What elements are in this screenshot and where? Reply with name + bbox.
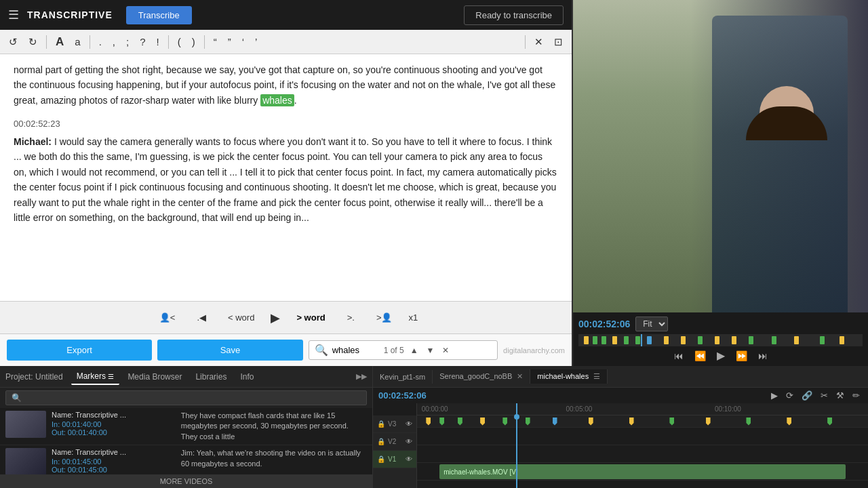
playhead-line — [516, 403, 517, 488]
timestamped-paragraph: 00:02:52:23 Michael: I would say the cam… — [14, 117, 558, 225]
minimize-button[interactable]: ⊡ — [551, 35, 566, 49]
marker-2 — [593, 336, 597, 344]
marker-track — [578, 334, 863, 346]
ready-to-transcribe-button[interactable]: Ready to transcribe — [464, 5, 564, 25]
marker-14 — [772, 336, 776, 344]
goto-start-button[interactable]: ⏮ — [674, 350, 684, 361]
play-pause-button[interactable]: ▶ — [717, 349, 725, 362]
timeline-tabs-bar: Kevin_pt1-sm Serena_goodC_noBB ✕ michael… — [373, 366, 868, 388]
tl-marker-7 — [553, 418, 557, 426]
speaker-name: Michael: — [14, 136, 52, 147]
tl-marker-4 — [480, 418, 485, 426]
tl-zoom-tool[interactable]: ⚒ — [833, 389, 847, 402]
bottom-section: Project: Untitled Markers ☰ Media Browse… — [0, 366, 868, 488]
project-tabs-bar: Project: Untitled Markers ☰ Media Browse… — [0, 366, 372, 388]
tab-info[interactable]: Info — [235, 369, 259, 384]
clip-name-2: Name: Transcriptive ... — [52, 448, 176, 456]
marker-5 — [624, 336, 629, 344]
comma-button[interactable]: , — [109, 35, 119, 49]
track-content: 00:00:00 00:05:00 00:10:00 — [417, 403, 868, 488]
dot-back-button[interactable]: .◀ — [191, 310, 212, 325]
redo-button[interactable]: ↻ — [25, 35, 41, 49]
tl-marker-3 — [458, 418, 462, 426]
menu-icon[interactable]: ☰ — [8, 7, 19, 22]
paragraph-1-text: I would say the camera generally wants t… — [14, 136, 557, 223]
track-label-v3: 🔒 V3 👁 — [373, 415, 416, 433]
track-row-v3 — [417, 428, 868, 445]
more-videos-button[interactable]: MORE VIDEOS — [0, 474, 372, 488]
toolbar-separator-4 — [204, 35, 205, 49]
prev-frame-button[interactable]: ⏪ — [694, 350, 706, 361]
tab-serena-close[interactable]: ✕ — [517, 372, 523, 380]
tl-marker-2 — [439, 418, 444, 426]
v1-clip[interactable]: michael-whales.MOV [V] — [439, 464, 846, 479]
single-close-button[interactable]: ’ — [252, 35, 260, 49]
quote-close-button[interactable]: ” — [224, 35, 235, 49]
search-clear-button[interactable]: ✕ — [440, 345, 451, 356]
word-forward-button[interactable]: > word — [291, 310, 330, 325]
tl-marker-11 — [706, 418, 711, 426]
exclaim-button[interactable]: ! — [153, 35, 162, 49]
single-open-button[interactable]: ‘ — [239, 35, 248, 49]
toolbar-separator-5 — [525, 35, 526, 49]
goto-end-button[interactable]: ⏭ — [758, 350, 768, 361]
search-prev-button[interactable]: ▲ — [408, 345, 420, 356]
tab-michael-close[interactable]: ☰ — [593, 372, 600, 380]
tab-libraries[interactable]: Libraries — [190, 369, 232, 384]
transcribe-button[interactable]: Transcribe — [126, 6, 192, 24]
tl-marker-1 — [426, 418, 431, 426]
highlighted-word: whales — [260, 94, 294, 106]
tl-link-tool[interactable]: 🔗 — [799, 389, 815, 402]
word-back-button[interactable]: < word — [222, 310, 260, 325]
tab-markers[interactable]: Markers ☰ — [71, 369, 120, 385]
save-button[interactable]: Save — [157, 340, 302, 361]
project-search-row — [0, 388, 372, 408]
fit-dropdown[interactable]: Fit — [635, 317, 668, 331]
question-button[interactable]: ? — [136, 35, 149, 49]
tl-razor-tool[interactable]: ✂ — [818, 389, 831, 402]
timeline-marker-row — [417, 415, 868, 428]
tl-timecode: 00:02:52:06 — [378, 390, 427, 401]
undo-button[interactable]: ↺ — [5, 35, 21, 49]
search-next-button[interactable]: ▼ — [425, 345, 437, 356]
formatting-toolbar: ↺ ↻ A a . , ; ? ! ( ) “ ” ‘ ’ ✕ ⊡ — [0, 30, 572, 54]
track-row-v1: michael-whales.MOV [V] — [417, 463, 868, 481]
tl-marker-13 — [787, 418, 791, 426]
timeline-panel: Kevin_pt1-sm Serena_goodC_noBB ✕ michael… — [373, 366, 868, 488]
tab-media-browser[interactable]: Media Browser — [122, 369, 187, 384]
next-frame-button[interactable]: ⏩ — [736, 350, 747, 361]
dot-forward-button[interactable]: >. — [342, 310, 360, 325]
paren-close-button[interactable]: ) — [189, 35, 199, 49]
paren-open-button[interactable]: ( — [174, 35, 184, 49]
project-search-input[interactable] — [5, 390, 367, 405]
semicolon-button[interactable]: ; — [123, 35, 132, 49]
time-mark-1: 00:05:00 — [566, 405, 592, 413]
close-button[interactable]: ✕ — [531, 35, 547, 49]
tab-serena[interactable]: Serena_goodC_noBB ✕ — [433, 369, 530, 384]
clip-desc-1: They have compact flash cards that are l… — [181, 411, 367, 442]
search-input[interactable] — [332, 345, 380, 355]
person-back-button[interactable]: 👤< — [154, 310, 181, 325]
low-a-button[interactable]: a — [71, 35, 83, 49]
tab-michael-whales[interactable]: michael-whales ☰ — [530, 369, 608, 384]
period-button[interactable]: . — [96, 35, 105, 49]
cap-a-button[interactable]: A — [52, 34, 67, 50]
ruler-label-spacer — [373, 403, 416, 415]
play-button[interactable]: ▶ — [271, 310, 280, 325]
tl-pen-tool[interactable]: ✏ — [850, 389, 863, 402]
clip-item: Name: Transcriptive ... In: 00:01:40:00 … — [0, 408, 372, 445]
person-forward-button[interactable]: >👤 — [371, 310, 398, 325]
time-mark-0: 00:00:00 — [422, 405, 448, 413]
tab-kevin[interactable]: Kevin_pt1-sm — [373, 370, 433, 384]
app-header: ☰ TRANSCRIPTIVE Transcribe Ready to tran… — [0, 0, 572, 30]
video-panel: 00:02:52:06 Fit — [573, 0, 868, 366]
tl-marker-6 — [526, 418, 530, 426]
export-button[interactable]: Export — [7, 340, 152, 361]
more-tabs-button[interactable]: ▶▶ — [356, 372, 367, 381]
marker-15 — [794, 336, 799, 344]
video-display — [573, 0, 868, 312]
quote-open-button[interactable]: “ — [210, 35, 220, 49]
tl-select-tool[interactable]: ▶ — [768, 389, 781, 402]
tl-ripple-tool[interactable]: ⟳ — [783, 389, 796, 402]
track-label-v2: 🔒 V2 👁 — [373, 433, 416, 451]
